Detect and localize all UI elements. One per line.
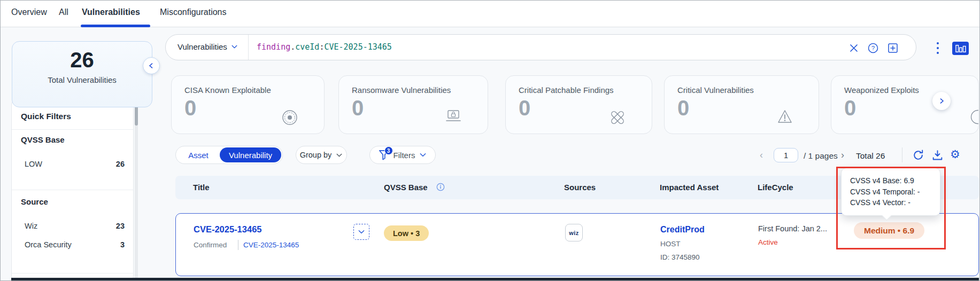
annotation-highlight-box	[836, 167, 946, 249]
filters-button[interactable]: 3 Filters	[369, 146, 436, 164]
chevron-down-icon	[358, 228, 365, 236]
search-scope-label: Vulnerabilities	[178, 42, 227, 51]
chevron-down-icon	[336, 152, 343, 159]
tab-vulnerabilities[interactable]: Vulnerabilities	[82, 7, 140, 17]
stat-card-weaponized[interactable]: Weaponized Exploits 0	[831, 75, 979, 134]
filter-count-low: 26	[116, 160, 125, 168]
column-header-impacted-asset[interactable]: Impacted Asset	[660, 183, 719, 192]
filter-item-wiz[interactable]: Wiz	[25, 222, 37, 230]
refresh-icon[interactable]	[912, 149, 925, 162]
vulnerability-dashboard: Overview All Vulnerabilities Misconfigur…	[0, 0, 980, 281]
column-header-lifecycle[interactable]: LifeCycle	[758, 183, 793, 192]
stat-card-value: 0	[677, 96, 689, 120]
stat-card-value: 0	[519, 96, 530, 120]
divider	[12, 190, 133, 190]
horizontal-scrollbar[interactable]	[11, 278, 979, 281]
top-nav: Overview All Vulnerabilities Misconfigur…	[1, 1, 979, 27]
total-vulnerabilities-card[interactable]: 26 Total Vulnerabilities	[12, 41, 152, 107]
divider	[902, 147, 902, 162]
view-toggle-asset[interactable]: Asset	[176, 146, 221, 163]
stat-card-value: 0	[844, 96, 856, 120]
filter-section-source: Source	[21, 197, 48, 206]
filter-item-low[interactable]: LOW	[25, 160, 42, 168]
chevron-down-icon	[231, 43, 238, 50]
gear-icon: ⚙	[950, 148, 960, 161]
search-help-icon[interactable]: ?	[868, 43, 878, 53]
group-by-button[interactable]: Group by	[296, 146, 347, 164]
chevron-left-icon	[148, 62, 155, 69]
tab-misconfigurations[interactable]: Misconfigurations	[160, 7, 227, 17]
stat-card-patchable[interactable]: Critical Patchable Findings 0	[505, 75, 652, 134]
cve-id-link[interactable]: CVE-2025-13465	[243, 241, 299, 249]
total-vulnerabilities-label: Total Vulnerabilities	[12, 75, 152, 84]
wiz-logo: wiz	[569, 230, 579, 236]
source-wiz-icon[interactable]: wiz	[565, 224, 583, 241]
clear-search-icon[interactable]	[848, 43, 859, 53]
warning-triangle-icon	[777, 109, 793, 124]
column-header-title[interactable]: Title	[193, 183, 210, 192]
search-scope-dropdown[interactable]: Vulnerabilities	[178, 42, 238, 51]
trend-chart-toggle[interactable]	[952, 42, 969, 55]
stat-card-critical-vulns[interactable]: Critical Vulnerabilities 0	[664, 75, 819, 134]
exploit-circle-icon	[970, 109, 979, 125]
row-expand-button[interactable]	[353, 224, 369, 240]
query-dot: .	[290, 42, 295, 52]
filters-label: Filters	[393, 151, 415, 160]
bar-chart-icon	[954, 44, 967, 53]
page-next-button[interactable]: ›	[841, 150, 844, 161]
lifecycle-status-label: Active	[758, 238, 778, 246]
kebab-menu-icon[interactable]	[935, 41, 940, 55]
stat-card-title: Ransomware Vulnerabilities	[352, 85, 451, 95]
row-status-label: Confirmed	[194, 241, 227, 249]
total-vulnerabilities-count: 26	[12, 48, 152, 72]
page-number-input[interactable]: 1	[774, 148, 798, 162]
stat-card-ransomware[interactable]: Ransomware Vulnerabilities 0	[338, 75, 488, 134]
save-query-icon[interactable]	[888, 43, 898, 53]
settings-gear-icon[interactable]: ⚙	[950, 148, 963, 161]
info-icon[interactable]	[436, 183, 445, 191]
asset-name-link[interactable]: CreditProd	[660, 225, 705, 235]
stat-card-cisa[interactable]: CISA Known Exploitable 0	[171, 75, 325, 134]
stat-card-title: Critical Patchable Findings	[519, 85, 614, 95]
pages-label: / 1 pages	[804, 151, 838, 161]
divider	[12, 273, 133, 274]
chevron-right-icon	[938, 97, 945, 105]
column-header-sources[interactable]: Sources	[564, 183, 596, 192]
filter-item-orca[interactable]: Orca Security	[25, 240, 72, 249]
quick-filters-title: Quick Filters	[21, 112, 71, 121]
filter-funnel-icon: 3	[379, 150, 389, 160]
stat-card-title: Weaponized Exploits	[844, 85, 919, 95]
qvss-severity-badge[interactable]: Low • 3	[384, 225, 429, 241]
cve-title-link[interactable]: CVE-2025-13465	[194, 224, 262, 235]
active-tab-underline	[81, 25, 150, 27]
tab-overview[interactable]: Overview	[11, 7, 47, 17]
stat-card-value: 0	[352, 96, 364, 120]
asset-type-label: HOST	[660, 240, 681, 248]
group-by-label: Group by	[300, 151, 332, 159]
query-field: finding	[257, 42, 290, 52]
ransomware-laptop-lock-icon	[445, 109, 462, 124]
divider	[12, 129, 133, 130]
query-value: CVE-2025-13465	[324, 42, 391, 52]
cisa-seal-icon	[281, 109, 298, 126]
filter-section-qvss-base: QVSS Base	[21, 135, 65, 144]
quick-filters-panel: Quick Filters QVSS Base LOW 26 Source Wi…	[11, 99, 134, 281]
column-header-qvss-base[interactable]: QVSS Base	[384, 183, 428, 192]
stat-card-title: Critical Vulnerabilities	[677, 85, 754, 95]
search-query-input[interactable]: finding.cveId:CVE-2025-13465	[257, 42, 392, 52]
cards-carousel-next-button[interactable]	[932, 92, 951, 110]
query-subfield: cveId	[295, 42, 319, 52]
stat-card-value: 0	[184, 96, 196, 120]
sidebar-collapse-button[interactable]	[143, 57, 160, 74]
tab-all[interactable]: All	[59, 7, 68, 17]
filter-count-wiz: 23	[116, 222, 125, 230]
view-toggle: Asset Vulnerability	[175, 146, 283, 164]
svg-text:?: ?	[871, 45, 875, 51]
patch-icon	[609, 109, 626, 126]
divider	[238, 240, 238, 250]
filters-count-badge: 3	[384, 146, 393, 155]
download-icon[interactable]	[931, 149, 944, 162]
page-prev-button[interactable]: ‹	[760, 150, 763, 161]
view-toggle-vulnerability[interactable]: Vulnerability	[220, 147, 281, 162]
chevron-down-icon	[419, 151, 427, 159]
